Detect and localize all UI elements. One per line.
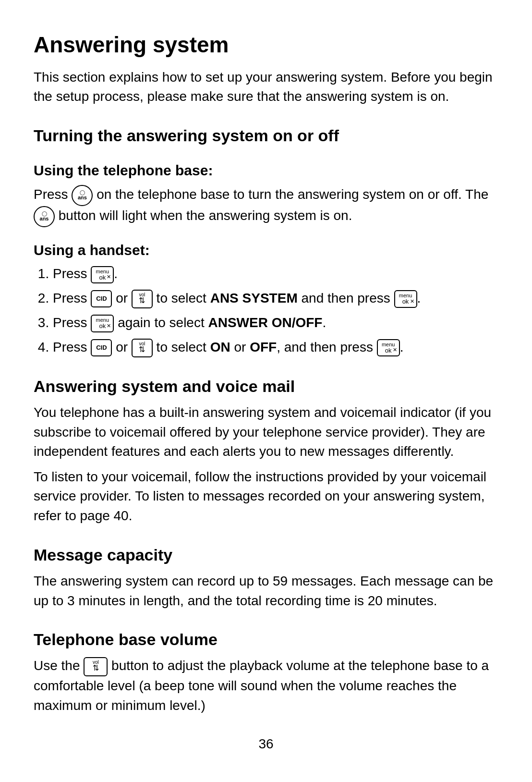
telephone-base-paragraph: Press ◯ ans on the telephone base to tur… [34,185,498,227]
step-1: Press menu ok ✕ . [53,264,498,284]
ans-button-icon-2: ◯ ans [34,206,55,227]
menu-ok-button-icon-1: menu ok ✕ [91,266,114,283]
vol-button-icon-1: vol ⇅ [132,290,153,308]
page-title: Answering system [34,29,498,61]
handset-steps-list: Press menu ok ✕ . Press CID or vol ⇅ to … [53,264,498,357]
message-capacity-paragraph: The answering system can record up to 59… [34,572,498,611]
section-heading-turning: Turning the answering system on or off [34,124,498,147]
subsection-heading-telephone-base: Using the telephone base: [34,160,498,181]
menu-ok-button-icon-2: menu ok ✕ [394,290,417,307]
voicemail-paragraph-2: To listen to your voicemail, follow the … [34,467,498,526]
section-heading-voicemail: Answering system and voice mail [34,375,498,398]
menu-ok-button-icon-3: menu ok ✕ [91,315,114,332]
step-4: Press CID or vol ⇅ to select ON or OFF, … [53,338,498,357]
page-number: 36 [34,734,498,754]
cid-button-icon-1: CID [91,290,112,307]
section-heading-base-volume: Telephone base volume [34,628,498,651]
intro-paragraph: This section explains how to set up your… [34,68,498,107]
vol-button-icon-3: vol ⇅ [84,657,108,676]
voicemail-paragraph-1: You telephone has a built-in answering s… [34,403,498,462]
step-2: Press CID or vol ⇅ to select ANS SYSTEM … [53,289,498,308]
base-volume-paragraph: Use the vol ⇅ button to adjust the playb… [34,656,498,715]
menu-ok-button-icon-4: menu ok ✕ [377,339,400,356]
step-3: Press menu ok ✕ again to select ANSWER O… [53,313,498,333]
cid-button-icon-2: CID [91,339,112,356]
ans-button-icon: ◯ ans [72,185,93,206]
subsection-heading-handset: Using a handset: [34,240,498,261]
section-heading-message-capacity: Message capacity [34,543,498,567]
vol-button-icon-2: vol ⇅ [132,339,153,357]
